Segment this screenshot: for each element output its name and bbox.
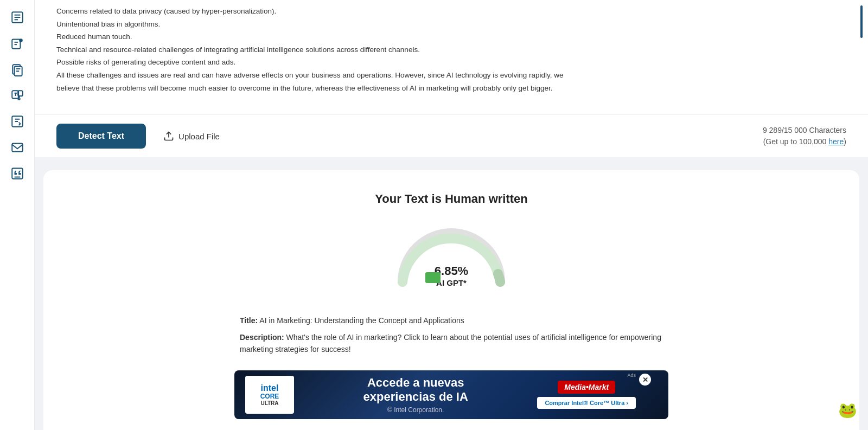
text-line-2: Unintentional bias in algorithms. [56, 18, 846, 30]
ad-center-text: Accede a nuevas experiencias de IA © Int… [294, 376, 537, 414]
ad-main-text: Accede a nuevas [294, 376, 537, 390]
meta-desc-value: What's the role of AI in marketing? Clic… [240, 333, 661, 354]
text-line-5: Possible risks of generating deceptive c… [56, 56, 846, 68]
divider [35, 157, 868, 162]
text-line-6: All these challenges and issues are real… [56, 69, 846, 81]
ad-sub-text: © Intel Corporation. [294, 406, 537, 414]
char-count: 9 289/15 000 Characters (Get up to 100,0… [763, 125, 846, 147]
sidebar-item-email[interactable] [5, 136, 29, 159]
ad-right: Media•Markt Comprar Intel® Core™ Ultra › [537, 381, 636, 409]
text-line-1: Concerns related to data privacy (caused… [56, 5, 846, 17]
input-card: Concerns related to data privacy (caused… [35, 0, 868, 114]
meta-title-line: Title: AI in Marketing: Understanding th… [240, 315, 663, 326]
svg-point-5 [19, 38, 23, 42]
froggy-icon: 🐸 [838, 401, 857, 419]
text-line-3: Reduced human touch. [56, 31, 846, 43]
char-upgrade-text: (Get up to 100,000 here) [763, 137, 846, 146]
ad-intel-logo: intel CORE ULTRA [245, 376, 294, 414]
text-line-7: believe that these problems will become … [56, 82, 846, 94]
ad-label-text: Ads [627, 373, 636, 378]
sidebar-item-translate[interactable] [5, 84, 29, 107]
sidebar-item-text-check[interactable] [5, 5, 29, 29]
ad-main-text2: experiencias de IA [294, 390, 537, 404]
upload-file-button[interactable]: Upload File [157, 126, 226, 146]
detect-text-button[interactable]: Detect Text [56, 124, 146, 149]
here-link[interactable]: here [828, 137, 844, 146]
sidebar-item-ai-check[interactable] [5, 31, 29, 55]
result-title: Your Text is Human written [375, 192, 528, 206]
svg-rect-15 [12, 143, 23, 151]
sidebar-item-quote[interactable] [5, 162, 29, 185]
scroll-indicator[interactable] [860, 5, 863, 38]
result-card: Your Text is Human written 6.85% AI GPT* [43, 170, 859, 430]
meta-desc-label: Description: [240, 333, 284, 342]
sidebar-item-rewrite[interactable] [5, 110, 29, 133]
ad-intel-core: CORE [260, 393, 279, 400]
ad-cta-button[interactable]: Comprar Intel® Core™ Ultra › [537, 397, 636, 409]
gauge-container: 6.85% AI GPT* [392, 222, 511, 287]
ad-intel-brand: intel [260, 383, 279, 393]
meta-desc-line: Description: What's the role of AI in ma… [240, 331, 663, 356]
upload-label: Upload File [178, 132, 220, 141]
char-count-text: 9 289/15 000 Characters [763, 126, 846, 134]
upload-icon [163, 131, 174, 142]
sidebar [0, 0, 35, 430]
meta-title-label: Title: [240, 316, 258, 325]
text-content: Concerns related to data privacy (caused… [56, 5, 846, 104]
meta-section: Title: AI in Marketing: Understanding th… [240, 315, 663, 360]
ad-mediamarkt: Media•Markt [558, 381, 615, 394]
svg-rect-4 [12, 39, 20, 48]
ad-banner: intel CORE ULTRA Accede a nuevas experie… [234, 370, 668, 419]
sidebar-item-copy-check[interactable] [5, 57, 29, 81]
action-bar: Detect Text Upload File 9 289/15 000 Cha… [35, 114, 868, 157]
gauge-indicator [425, 272, 441, 283]
meta-title-value: AI in Marketing: Understanding the Conce… [259, 316, 464, 325]
main-content: Concerns related to data privacy (caused… [35, 0, 868, 430]
ad-close-button[interactable]: ✕ [639, 374, 651, 386]
text-line-4: Technical and resource-related challenge… [56, 44, 846, 56]
ad-intel-ultra: ULTRA [260, 400, 279, 406]
